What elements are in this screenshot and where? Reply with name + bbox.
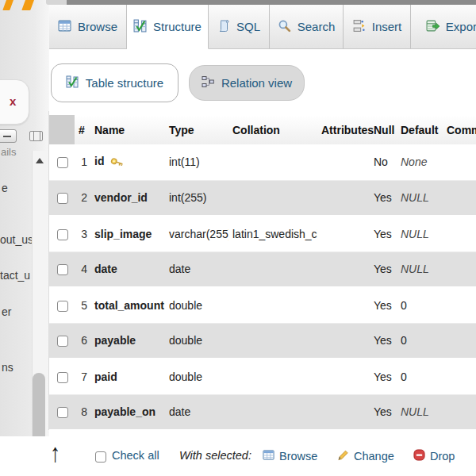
sql-scroll-icon <box>217 19 230 35</box>
column-name: paid <box>90 359 165 394</box>
check-all-link[interactable]: Check all <box>112 449 159 462</box>
row-checkbox[interactable] <box>57 407 68 418</box>
subtab-relation-view[interactable]: Relation view <box>189 65 305 101</box>
structure-icon <box>133 19 147 35</box>
header-checkbox-spacer <box>49 115 75 144</box>
row-checkbox[interactable] <box>57 264 68 275</box>
tab-export[interactable]: Export <box>411 5 476 49</box>
tab-search[interactable]: Search <box>270 5 344 49</box>
table-tabs: Browse Structure SQL Search Insert Expor… <box>49 5 476 49</box>
row-checkbox[interactable] <box>57 372 68 383</box>
header-type: Type <box>165 115 228 144</box>
structure-icon <box>66 75 79 90</box>
header-null: Null <box>370 115 397 144</box>
tab-label: Insert <box>372 20 402 33</box>
column-name: slip_image <box>90 216 165 251</box>
table-row: 4 date date Yes NULL <box>49 251 476 287</box>
tab-label: Export <box>446 20 476 33</box>
nav-scrollbar-up-arrow[interactable] <box>36 158 44 163</box>
column-attributes <box>317 394 370 430</box>
check-all-checkbox[interactable] <box>95 451 106 463</box>
column-default: 0 <box>397 323 443 359</box>
nav-item-fragment[interactable]: er <box>2 305 11 318</box>
subtab-table-structure[interactable]: Table structure <box>51 63 178 102</box>
scroll-to-top-arrow-icon[interactable]: ↑ <box>50 438 60 469</box>
column-attributes <box>317 251 370 287</box>
browse-table-icon <box>263 449 274 463</box>
with-selected-drop[interactable]: Drop <box>413 449 455 463</box>
column-type: int(255) <box>165 180 228 216</box>
column-null: Yes <box>370 323 397 359</box>
column-default: None <box>397 144 443 180</box>
column-collation <box>228 287 317 323</box>
row-checkbox[interactable] <box>57 229 68 240</box>
relation-icon <box>202 75 214 90</box>
column-name: total_amount <box>90 287 165 323</box>
column-type: date <box>165 394 228 430</box>
column-type: date <box>165 251 228 287</box>
header-default: Default <box>397 115 443 144</box>
column-name: date <box>90 251 165 287</box>
search-icon <box>278 19 291 35</box>
column-default: NULL <box>397 251 443 287</box>
column-null: Yes <box>370 359 397 394</box>
column-attributes <box>317 180 370 216</box>
tab-label: Structure <box>153 20 202 33</box>
tab-sql[interactable]: SQL <box>209 5 270 49</box>
nav-item-fragment[interactable]: ails <box>1 146 17 158</box>
with-selected-toolbar: ↑ Check all With selected: Browse Change… <box>0 436 476 476</box>
column-type: double <box>165 287 228 323</box>
column-type: double <box>165 359 228 394</box>
column-null: Yes <box>370 287 397 323</box>
drop-minus-icon <box>413 449 425 463</box>
row-checkbox[interactable] <box>57 336 68 347</box>
row-checkbox[interactable] <box>57 157 68 168</box>
nav-item-fragment[interactable]: e <box>2 182 8 194</box>
header-attributes: Attributes <box>317 115 370 144</box>
insert-row-icon <box>352 19 366 35</box>
column-attributes <box>317 144 370 180</box>
table-row: 1 id int(11) No None <box>49 144 476 180</box>
header-num: # <box>75 115 90 144</box>
pencil-icon <box>337 449 349 463</box>
table-row: 5 total_amount double Yes 0 <box>49 287 476 323</box>
tab-browse[interactable]: Browse <box>49 5 127 49</box>
nav-item-fragment[interactable]: tact_u <box>0 269 30 282</box>
column-attributes <box>317 216 370 251</box>
with-selected-browse[interactable]: Browse <box>263 449 317 463</box>
tab-structure[interactable]: Structure <box>127 5 209 49</box>
column-attributes <box>317 287 370 323</box>
column-name: id <box>94 155 104 167</box>
column-attributes <box>317 323 370 359</box>
filter-clear-button[interactable]: x <box>10 94 16 108</box>
phpmyadmin-logo-icon <box>5 0 40 11</box>
table-row: 6 payable double Yes 0 <box>49 323 476 359</box>
table-row: 2 vendor_id int(255) Yes NULL <box>49 180 476 216</box>
column-collation <box>228 251 317 287</box>
tab-label: SQL <box>236 20 260 33</box>
new-window-icon[interactable] <box>29 131 43 141</box>
tab-insert[interactable]: Insert <box>344 5 411 49</box>
column-default: 0 <box>397 287 443 323</box>
table-row: 8 payable_on date Yes NULL <box>49 394 476 430</box>
header-comments: Comments <box>443 115 476 144</box>
with-selected-change[interactable]: Change <box>337 449 394 463</box>
column-default: NULL <box>397 216 443 251</box>
column-collation <box>228 394 317 430</box>
collapse-icon[interactable] <box>0 129 17 143</box>
tab-label: Browse <box>78 20 117 33</box>
column-default: 0 <box>397 359 443 394</box>
column-null: Yes <box>370 180 397 216</box>
structure-table: # Name Type Collation Attributes Null De… <box>49 115 476 430</box>
header-collation: Collation <box>228 115 317 144</box>
column-type: double <box>165 323 228 359</box>
nav-item-fragment[interactable]: out_us <box>0 233 33 246</box>
tab-label: Search <box>298 20 336 33</box>
nav-item-fragment[interactable]: ns <box>2 361 13 374</box>
row-checkbox[interactable] <box>57 301 68 312</box>
row-checkbox[interactable] <box>57 193 68 204</box>
subtab-label: Relation view <box>221 76 292 90</box>
column-default: NULL <box>397 394 443 430</box>
column-name: vendor_id <box>90 180 165 216</box>
column-null: Yes <box>370 216 397 251</box>
